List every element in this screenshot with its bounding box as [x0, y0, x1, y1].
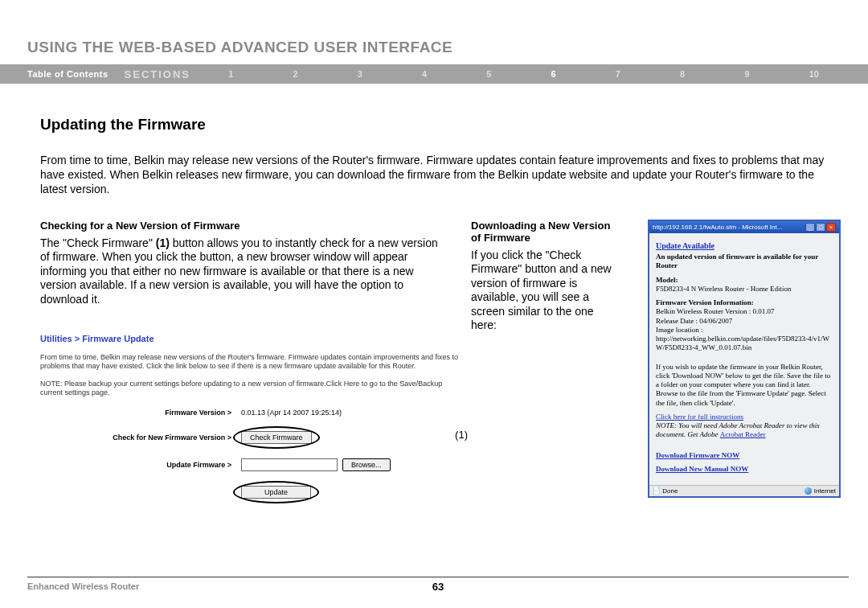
section-nav: Table of Contents SECTIONS 1 2 3 4 5 6 7… [0, 64, 868, 84]
check-firmware-label: Check for New Firmware Version > [40, 433, 241, 442]
globe-icon [805, 487, 812, 495]
status-bar: 📄 Done Internet [649, 485, 839, 496]
sections-label: SECTIONS [125, 68, 190, 80]
model-value: F5D8233-4 N Wireless Router - Home Editi… [656, 285, 833, 294]
check-firmware-highlight: Check Firmware [241, 431, 312, 444]
update-available-sub: An updated version of firmware is availa… [656, 253, 833, 271]
breadcrumb: Utilities > Firmware Update [40, 334, 458, 343]
update-button[interactable]: Update [241, 486, 311, 499]
section-link-9[interactable]: 9 [744, 69, 749, 79]
status-zone: Internet [814, 487, 836, 495]
firmware-file-input[interactable] [241, 458, 338, 471]
section-link-4[interactable]: 4 [422, 69, 427, 79]
callout-1: (1) [455, 429, 468, 441]
mid-subhead: Downloading a New Version of Firmware [471, 220, 619, 244]
left-body: The "Check Firmware" (1) button allows y… [40, 236, 442, 307]
fvi-imgloc-value: http://networking.belkin.com/update/file… [656, 335, 833, 353]
adobe-note: NOTE: You will need Adobe Acrobat Reader… [656, 421, 833, 440]
left-body-pre: The "Check Firmware" [40, 236, 156, 249]
section-link-7[interactable]: 7 [616, 69, 620, 79]
status-done: Done [662, 487, 678, 495]
check-firmware-row: Check for New Firmware Version > Check F… [40, 431, 458, 444]
file-icon: 📄 [653, 487, 661, 495]
section-link-1[interactable]: 1 [228, 69, 233, 79]
fvi-imgloc-label: Image location : [656, 326, 833, 335]
section-link-6[interactable]: 6 [551, 69, 556, 79]
toc-link[interactable]: Table of Contents [27, 69, 108, 79]
update-firmware-row: Update Firmware > Browse... [40, 458, 458, 471]
check-firmware-button[interactable]: Check Firmware [241, 431, 312, 444]
left-body-callout: (1) [156, 236, 170, 249]
fvi-release: Release Date : 04/06/2007 [656, 317, 833, 326]
instructions: If you wish to update the firmware in yo… [656, 363, 833, 408]
update-highlight: Update [241, 486, 311, 499]
section-link-10[interactable]: 10 [809, 69, 819, 79]
section-link-2[interactable]: 2 [293, 69, 297, 79]
update-popup-screenshot: http://192.168.2.1/fwAuto.stm - Microsof… [648, 220, 841, 499]
ss1-para1: From time to time, Belkin may release ne… [40, 353, 458, 372]
footer-product: Enhanced Wireless Router [27, 581, 139, 591]
download-firmware-link[interactable]: Download Firmware NOW [656, 451, 833, 460]
popup-title-url: http://192.168.2.1/fwAuto.stm - Microsof… [653, 224, 782, 231]
popup-titlebar: http://192.168.2.1/fwAuto.stm - Microsof… [649, 221, 839, 233]
left-column: Checking for a New Version of Firmware T… [40, 220, 442, 514]
update-button-row: Update [40, 486, 458, 499]
firmware-version-row: Firmware Version > 0.01.13 (Apr 14 2007 … [40, 409, 458, 417]
browse-button[interactable]: Browse... [342, 458, 391, 471]
model-label: Model: [656, 276, 833, 285]
download-manual-link[interactable]: Download New Manual NOW [656, 465, 833, 474]
acrobat-link[interactable]: Acrobat Reader [720, 430, 766, 438]
fvi-label: Firmware Version Information: [656, 298, 833, 307]
section-link-5[interactable]: 5 [486, 69, 491, 79]
mid-body: If you click the "Check Firmware" button… [471, 249, 619, 333]
footer: Enhanced Wireless Router 63 [27, 581, 849, 591]
footer-divider [27, 577, 849, 577]
fvi-version: Belkin Wireless Router Version : 0.01.07 [656, 307, 833, 316]
content: Updating the Firmware From time to time,… [0, 84, 868, 513]
firmware-version-label: Firmware Version > [40, 409, 241, 417]
intro-paragraph: From time to time, Belkin may release ne… [40, 153, 841, 197]
minimize-icon[interactable]: _ [805, 223, 815, 232]
full-instructions-link[interactable]: Click here for full instructions [656, 413, 743, 421]
section-heading: Updating the Firmware [40, 116, 841, 134]
maximize-icon[interactable]: □ [816, 223, 825, 232]
firmware-update-screenshot: Utilities > Firmware Update From time to… [40, 334, 458, 499]
update-available-heading: Update Available [656, 241, 833, 252]
close-icon[interactable]: × [826, 223, 836, 232]
update-firmware-label: Update Firmware > [40, 461, 241, 469]
section-link-3[interactable]: 3 [358, 69, 362, 79]
firmware-version-value: 0.01.13 (Apr 14 2007 19:25:14) [241, 409, 342, 417]
page-header: USING THE WEB-BASED ADVANCED USER INTERF… [0, 0, 868, 64]
section-numbers: 1 2 3 4 5 6 7 8 9 10 [199, 69, 849, 79]
middle-column: Downloading a New Version of Firmware If… [471, 220, 619, 514]
ss1-para2: NOTE: Please backup your current setting… [40, 380, 458, 398]
page-number: 63 [432, 581, 444, 593]
section-link-8[interactable]: 8 [680, 69, 685, 79]
left-subhead: Checking for a New Version of Firmware [40, 220, 442, 232]
right-column: http://192.168.2.1/fwAuto.stm - Microsof… [648, 220, 841, 514]
